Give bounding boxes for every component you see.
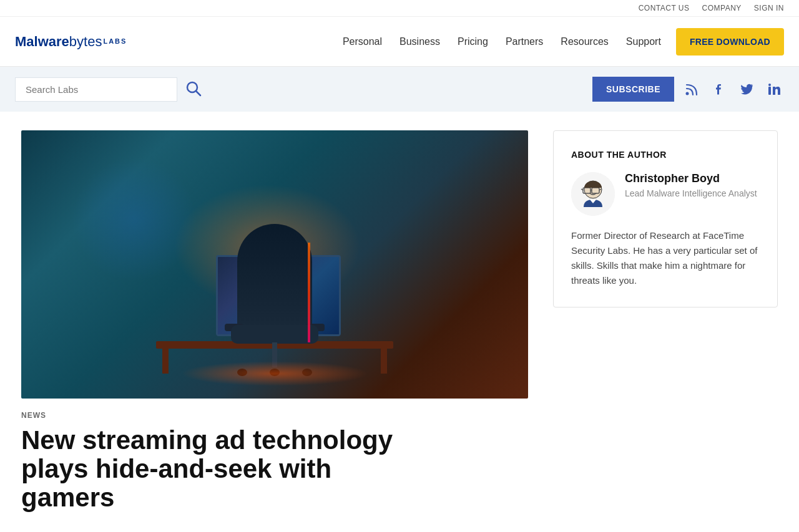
gaming-scene [21, 130, 528, 399]
author-details: Christopher Boyd Lead Malware Intelligen… [625, 172, 757, 199]
nav-links: Personal Business Pricing Partners Resou… [343, 36, 661, 47]
avatar [571, 172, 615, 216]
content-area: NEWS New streaming ad technology plays h… [6, 112, 793, 531]
nav-business[interactable]: Business [400, 36, 440, 47]
nav-support[interactable]: Support [626, 36, 661, 47]
facebook-link[interactable] [709, 79, 729, 99]
article-main: NEWS New streaming ad technology plays h… [21, 130, 528, 513]
svg-point-2 [686, 92, 689, 95]
svg-line-1 [196, 91, 200, 95]
desk-leg-right [381, 349, 387, 374]
logo-bytes-text: bytes [69, 34, 102, 50]
subscribe-button[interactable]: SUBSCRIBE [592, 77, 674, 102]
author-role: Lead Malware Intelligence Analyst [625, 188, 757, 199]
author-name: Christopher Boyd [625, 172, 757, 185]
rss-icon [685, 82, 699, 96]
rgb-strip [308, 243, 310, 342]
article-category: NEWS [21, 411, 528, 420]
twitter-link[interactable] [737, 79, 757, 99]
logo-labs-text: LABS [103, 37, 127, 45]
author-avatar-image [571, 172, 615, 216]
contact-us-link[interactable]: CONTACT US [639, 4, 690, 12]
sidebar: ABOUT THE AUTHOR [553, 130, 778, 307]
facebook-icon [713, 83, 725, 95]
nav-personal[interactable]: Personal [343, 36, 382, 47]
linkedin-link[interactable] [764, 79, 784, 99]
nav-partners[interactable]: Partners [506, 36, 543, 47]
search-bar: SUBSCRIBE [0, 67, 799, 112]
floor-glow [181, 361, 368, 386]
logo-malware-text: Malware [15, 34, 69, 50]
free-download-button[interactable]: FREE DOWNLOAD [676, 28, 784, 56]
hero-image [21, 130, 528, 399]
article-title: New streaming ad technology plays hide-a… [21, 426, 421, 513]
nav-pricing[interactable]: Pricing [458, 36, 488, 47]
rss-link[interactable] [682, 79, 702, 99]
search-button[interactable] [185, 80, 202, 99]
svg-rect-3 [768, 87, 771, 95]
search-left [15, 77, 202, 102]
linkedin-icon [767, 82, 781, 96]
chair-back [237, 224, 312, 336]
desk-leg-left [162, 349, 169, 374]
sign-in-link[interactable]: SIGN IN [754, 4, 784, 12]
svg-point-4 [768, 84, 771, 86]
logo[interactable]: MalwarebytesLABS [15, 34, 127, 50]
main-nav: MalwarebytesLABS Personal Business Prici… [0, 17, 799, 67]
author-section-title: ABOUT THE AUTHOR [571, 150, 760, 160]
chair-seat [231, 325, 318, 344]
twitter-icon [740, 82, 753, 96]
author-card: ABOUT THE AUTHOR [553, 130, 778, 307]
search-icon [185, 80, 202, 97]
nav-resources[interactable]: Resources [561, 36, 608, 47]
company-link[interactable]: COMPANY [702, 4, 742, 12]
top-bar: CONTACT US COMPANY SIGN IN [0, 0, 799, 17]
author-bio: Former Director of Research at FaceTime … [571, 228, 760, 288]
author-info: Christopher Boyd Lead Malware Intelligen… [571, 172, 760, 216]
search-right: SUBSCRIBE [592, 77, 784, 102]
search-input[interactable] [15, 77, 177, 102]
